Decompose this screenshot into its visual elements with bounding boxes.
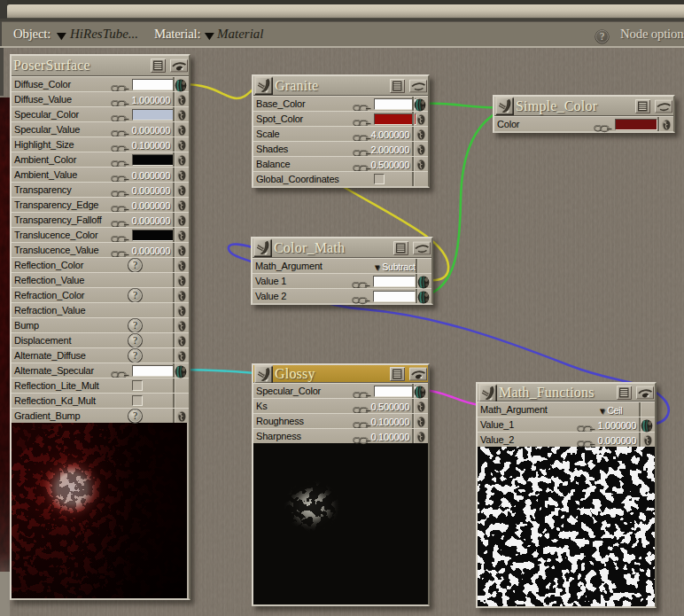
svg-text:?: ? [133, 260, 137, 270]
svg-text:?: ? [133, 350, 137, 361]
svg-text:?: ? [133, 290, 137, 300]
svg-text:?: ? [133, 335, 137, 346]
svg-text:?: ? [133, 410, 137, 421]
svg-text:?: ? [133, 320, 137, 331]
